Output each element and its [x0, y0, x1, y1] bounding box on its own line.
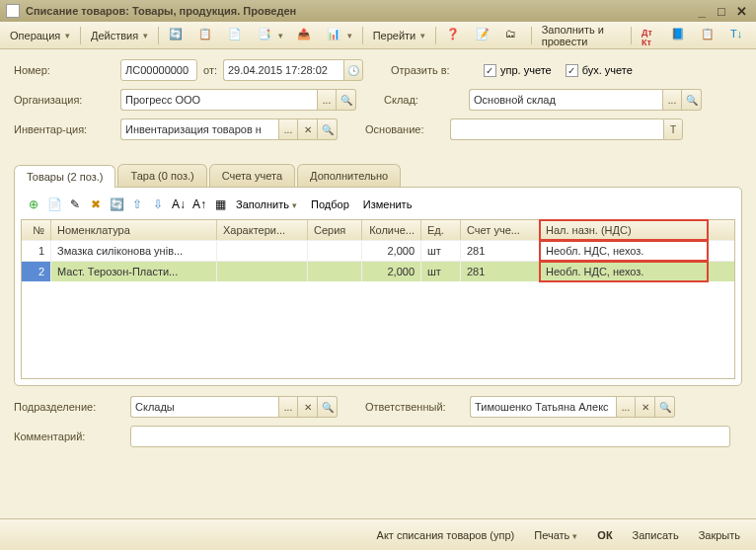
move-up-icon[interactable]: ⇧ [128, 196, 146, 213]
grid-change-button[interactable]: Изменить [359, 196, 416, 212]
osn-input[interactable] [450, 118, 663, 140]
toolbar-icon-8[interactable]: 🗂 [499, 25, 527, 46]
form-header: Номер: ЛС00000000 от: 29.04.2015 17:28:0… [0, 49, 756, 158]
tabstrip: Товары (2 поз.) Тара (0 поз.) Счета учет… [14, 164, 742, 187]
minimize-button[interactable]: _ [693, 3, 711, 19]
label-podr: Подразделение: [14, 401, 124, 413]
window-title: Списание товаров: Товары, продукция. Про… [26, 5, 691, 17]
invent-input[interactable]: Инвентаризация товаров н [120, 118, 278, 140]
tab-goods[interactable]: Товары (2 поз.) [14, 165, 115, 188]
form-footer: Подразделение: Склады ... ✕ 🔍 Ответствен… [0, 386, 756, 465]
invent-select-button[interactable]: ... [278, 118, 298, 140]
osn-select-button[interactable]: T [663, 118, 683, 140]
grid-select-button[interactable]: Подбор [307, 196, 353, 212]
act-link[interactable]: Акт списания товаров (упр) [371, 525, 521, 545]
podr-select-button[interactable]: ... [278, 396, 298, 418]
col-char[interactable]: Характери... [217, 220, 308, 240]
close-button[interactable]: ✕ [732, 3, 750, 19]
col-n[interactable]: № [22, 220, 51, 240]
tab-content: ⊕ 📄 ✎ ✖ 🔄 ⇧ ⇩ A↓ A↑ ▦ Заполнить Подбор И… [14, 187, 742, 386]
toolbar-icon-9[interactable]: 📘 [665, 25, 693, 46]
settings-icon[interactable]: ▦ [211, 196, 229, 213]
org-search-button[interactable]: 🔍 [337, 89, 356, 111]
sklad-select-button[interactable]: ... [662, 89, 682, 111]
org-input[interactable]: Прогресс ООО [120, 89, 317, 111]
toolbar-icon-7[interactable]: 📝 [470, 25, 497, 46]
operation-menu[interactable]: Операция [4, 27, 76, 44]
toolbar-icon-4[interactable]: 📑 [252, 25, 289, 46]
doc-icon [6, 4, 20, 18]
label-invent: Инвентар-ция: [14, 123, 114, 135]
resp-select-button[interactable]: ... [616, 396, 636, 418]
titlebar: Списание товаров: Товары, продукция. Про… [0, 0, 756, 22]
grid-toolbar: ⊕ 📄 ✎ ✖ 🔄 ⇧ ⇩ A↓ A↑ ▦ Заполнить Подбор И… [21, 194, 735, 219]
toolbar-icon-5[interactable]: 📤 [291, 25, 319, 46]
col-ser[interactable]: Серия [308, 220, 362, 240]
toolbar-icon-1[interactable]: 🔄 [163, 25, 190, 46]
podr-input[interactable]: Склады [130, 396, 278, 418]
date-input[interactable]: 29.04.2015 17:28:02 [223, 59, 343, 81]
sklad-search-button[interactable]: 🔍 [682, 89, 702, 111]
edit-row-icon[interactable]: ✎ [66, 196, 84, 213]
goto-menu[interactable]: Перейти [367, 27, 432, 44]
toolbar-icon-6[interactable]: 📊 [321, 25, 358, 46]
actions-menu[interactable]: Действия [85, 27, 154, 44]
col-nom[interactable]: Номенклатура [51, 220, 217, 240]
sort-desc-icon[interactable]: A↑ [190, 196, 208, 213]
grid-body[interactable]: 1 Змазка силіконова унів... 2,000 шт 281… [22, 240, 734, 378]
grid-fill-menu[interactable]: Заполнить [232, 196, 301, 212]
number-input[interactable]: ЛС00000000 [120, 59, 197, 81]
help-icon[interactable]: ❓ [440, 25, 468, 46]
table-row[interactable]: 2 Маст. Терозон-Пласти... 2,000 шт 281 Н… [22, 261, 734, 281]
col-qty[interactable]: Количе... [362, 220, 421, 240]
tab-accounts[interactable]: Счета учета [209, 164, 295, 187]
fill-and-post-button[interactable]: Заполнить и провести [536, 21, 628, 50]
toolbar-icon-2[interactable]: 📋 [192, 25, 220, 46]
label-resp: Ответственный: [365, 401, 464, 413]
check-buh[interactable]: ✓ [566, 64, 578, 77]
add-row-icon[interactable]: ⊕ [25, 196, 42, 213]
toolbar-icon-10[interactable]: 📋 [695, 25, 722, 46]
invent-search-button[interactable]: 🔍 [318, 118, 338, 140]
ok-button[interactable]: ОК [591, 525, 618, 545]
resp-clear-button[interactable]: ✕ [636, 396, 655, 418]
save-button[interactable]: Записать [627, 525, 685, 545]
grid-header: № Номенклатура Характери... Серия Количе… [22, 220, 734, 240]
sklad-input[interactable]: Основной склад [469, 89, 662, 111]
toolbar-icon-3[interactable]: 📄 [222, 25, 250, 46]
podr-search-button[interactable]: 🔍 [318, 396, 338, 418]
sort-asc-icon[interactable]: A↓ [170, 196, 188, 213]
main-toolbar: Операция Действия 🔄 📋 📄 📑 📤 📊 Перейти ❓ … [0, 22, 756, 49]
label-osn: Основание: [365, 123, 444, 135]
col-ed[interactable]: Ед. [421, 220, 461, 240]
invent-clear-button[interactable]: ✕ [298, 118, 318, 140]
print-menu[interactable]: Печать [528, 525, 583, 545]
label-from: от: [203, 64, 217, 76]
resp-search-button[interactable]: 🔍 [655, 396, 675, 418]
org-select-button[interactable]: ... [317, 89, 337, 111]
table-row[interactable]: 1 Змазка силіконова унів... 2,000 шт 281… [22, 240, 734, 261]
delete-row-icon[interactable]: ✖ [87, 196, 105, 213]
move-down-icon[interactable]: ⇩ [149, 196, 167, 213]
goods-grid: № Номенклатура Характери... Серия Количе… [21, 219, 735, 379]
copy-row-icon[interactable]: 📄 [45, 196, 63, 213]
comment-input[interactable] [130, 426, 730, 447]
resp-input[interactable]: Тимошенко Татьяна Алекс [470, 396, 616, 418]
date-picker-button[interactable]: 🕓 [343, 59, 363, 81]
tab-tara[interactable]: Тара (0 поз.) [117, 164, 206, 187]
col-acc[interactable]: Счет уче... [461, 220, 540, 240]
podr-clear-button[interactable]: ✕ [298, 396, 318, 418]
tab-extra[interactable]: Дополнительно [297, 164, 401, 187]
dtkt-icon[interactable]: ДтКт [636, 25, 663, 46]
check-upr[interactable]: ✓ [484, 64, 496, 77]
label-sklad: Склад: [384, 94, 463, 106]
toolbar-icon-11[interactable]: Т↓ [724, 25, 752, 46]
maximize-button[interactable]: □ [713, 3, 730, 19]
close-form-button[interactable]: Закрыть [693, 525, 746, 545]
col-nds[interactable]: Нал. назн. (НДС) [540, 220, 708, 240]
label-org: Организация: [14, 94, 114, 106]
refresh-icon[interactable]: 🔄 [108, 196, 125, 213]
label-buh: бух. учете [582, 64, 633, 76]
label-number: Номер: [14, 64, 114, 76]
label-upr: упр. учете [500, 64, 552, 76]
